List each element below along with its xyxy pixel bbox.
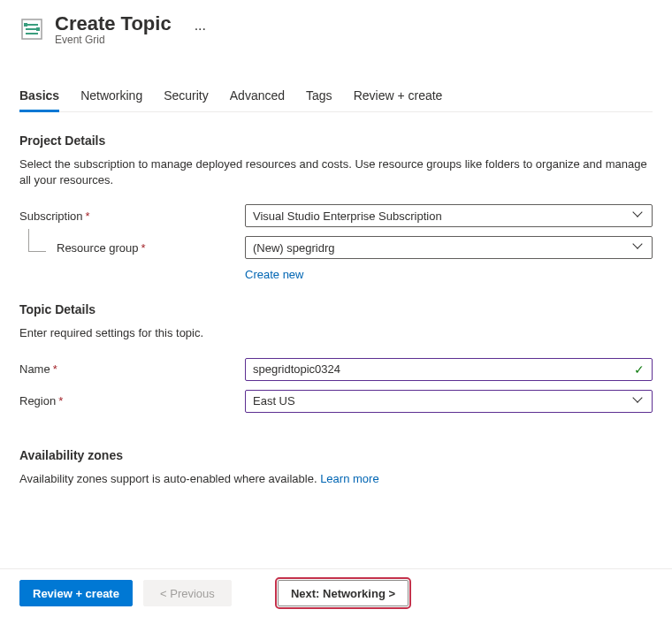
more-actions-button[interactable]: ···	[189, 19, 211, 39]
tab-review-create[interactable]: Review + create	[354, 81, 443, 111]
chevron-down-icon	[634, 396, 645, 407]
next-button[interactable]: Next: Networking >	[278, 580, 409, 606]
event-grid-icon	[19, 17, 44, 42]
tab-tags[interactable]: Tags	[306, 81, 332, 111]
page-subtitle: Event Grid	[55, 34, 172, 46]
topic-name-input-wrapper: ✓	[245, 358, 653, 381]
resource-group-value: (New) spegridrg	[253, 241, 334, 255]
tab-networking[interactable]: Networking	[80, 81, 142, 111]
topic-name-input[interactable]	[253, 362, 634, 376]
topic-details-desc: Enter required settings for this topic.	[19, 325, 653, 341]
chevron-down-icon	[634, 210, 645, 221]
region-value: East US	[253, 394, 295, 408]
previous-button: < Previous	[143, 580, 232, 606]
topic-details-heading: Topic Details	[19, 302, 653, 316]
tab-advanced[interactable]: Advanced	[230, 81, 285, 111]
page-title: Create Topic	[55, 12, 172, 35]
svg-rect-4	[24, 23, 27, 27]
footer-actions: Review + create < Previous Next: Network…	[0, 568, 672, 617]
svg-rect-5	[36, 27, 40, 31]
az-learn-more-link[interactable]: Learn more	[320, 472, 378, 485]
tab-basics[interactable]: Basics	[19, 81, 59, 111]
create-new-rg-link[interactable]: Create new	[245, 268, 303, 281]
subscription-label: Subscription*	[19, 209, 245, 223]
check-icon: ✓	[634, 362, 645, 377]
availability-zones-desc: Availability zones support is auto-enabl…	[19, 471, 653, 487]
project-details-heading: Project Details	[19, 133, 653, 148]
availability-zones-heading: Availability zones	[19, 448, 653, 462]
resource-group-label: Resource group*	[19, 241, 245, 255]
review-create-button[interactable]: Review + create	[19, 580, 133, 606]
tabs: Basics Networking Security Advanced Tags…	[19, 81, 653, 112]
name-label: Name*	[19, 362, 245, 376]
region-select[interactable]: East US	[245, 390, 653, 413]
subscription-select[interactable]: Visual Studio Enterprise Subscription	[245, 204, 653, 227]
page-header: Create Topic Event Grid ···	[19, 12, 653, 46]
subscription-value: Visual Studio Enterprise Subscription	[253, 209, 442, 223]
project-details-desc: Select the subscription to manage deploy…	[19, 156, 653, 188]
resource-group-select[interactable]: (New) spegridrg	[245, 236, 653, 259]
region-label: Region*	[19, 394, 245, 408]
chevron-down-icon	[634, 242, 645, 253]
tab-security[interactable]: Security	[164, 81, 209, 111]
